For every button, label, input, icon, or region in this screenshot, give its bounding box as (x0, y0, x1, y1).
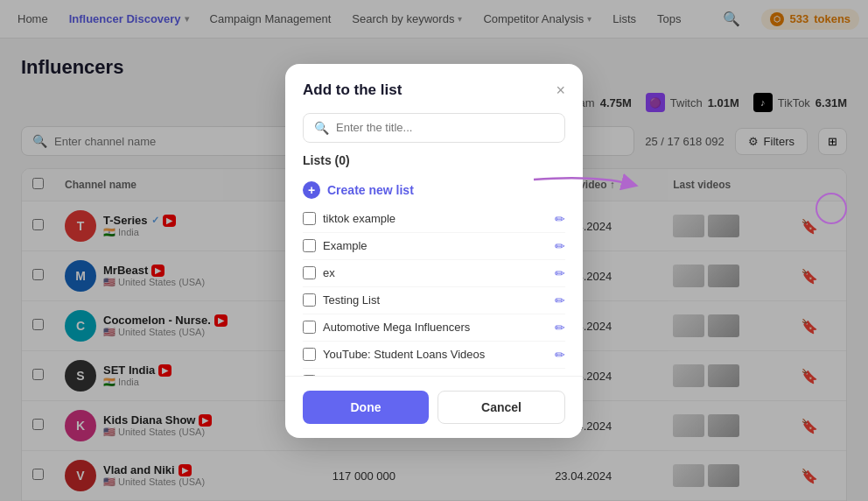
plus-icon: + (303, 181, 320, 199)
modal-header: Add to the list × (285, 64, 583, 113)
list-item-name: Testing List (323, 293, 548, 307)
edit-icon[interactable]: ✏ (555, 239, 565, 253)
modal-list-item: tiktok example ✏ (303, 206, 565, 233)
modal-list-container: + Create new list tiktok example ✏ Examp… (285, 174, 583, 376)
list-item-name: Example (323, 239, 548, 252)
list-item-checkbox[interactable] (303, 375, 316, 376)
list-item-checkbox[interactable] (303, 293, 316, 307)
circle-annotation (816, 193, 847, 224)
list-item-checkbox[interactable] (303, 239, 316, 252)
edit-icon[interactable]: ✏ (555, 375, 565, 376)
modal-search-box[interactable]: 🔍 (303, 113, 565, 143)
list-item-checkbox[interactable] (303, 212, 316, 225)
modal-footer: Done Cancel (285, 376, 583, 438)
list-item-name: YouTube Influencers with games mentions (323, 375, 548, 376)
modal-list-item: Automotive Mega Influencers ✏ (303, 314, 565, 342)
modal-list-item: Example ✏ (303, 233, 565, 260)
modal-list-items: tiktok example ✏ Example ✏ ex ✏ Testing … (303, 206, 565, 376)
modal-list-item: ex ✏ (303, 260, 565, 287)
list-item-checkbox[interactable] (303, 321, 316, 334)
modal-list-item: YouTube Influencers with games mentions … (303, 369, 565, 376)
modal-list-item: YouTube: Student Loans Videos ✏ (303, 342, 565, 369)
done-button[interactable]: Done (303, 391, 429, 424)
modal-close-button[interactable]: × (556, 82, 565, 98)
edit-icon[interactable]: ✏ (555, 266, 565, 280)
modal-search-input[interactable] (336, 121, 554, 134)
edit-icon[interactable]: ✏ (555, 293, 565, 307)
modal-title: Add to the list (303, 81, 402, 99)
list-item-checkbox[interactable] (303, 266, 316, 279)
list-item-name: Automotive Mega Influencers (323, 321, 548, 334)
modal-list-item: Testing List ✏ (303, 287, 565, 314)
list-item-name: ex (323, 266, 548, 279)
cancel-button[interactable]: Cancel (438, 391, 565, 424)
list-item-checkbox[interactable] (303, 348, 316, 361)
list-item-name: YouTube: Student Loans Videos (323, 348, 548, 361)
search-icon: 🔍 (314, 121, 329, 135)
edit-icon[interactable]: ✏ (555, 348, 565, 362)
add-to-list-modal: Add to the list × 🔍 Lists (0) + Create n… (285, 64, 583, 438)
edit-icon[interactable]: ✏ (555, 321, 565, 335)
create-new-list-button[interactable]: + Create new list (303, 174, 565, 206)
list-item-name: tiktok example (323, 212, 548, 225)
edit-icon[interactable]: ✏ (555, 212, 565, 226)
modal-lists-label: Lists (0) (285, 153, 583, 174)
modal-overlay[interactable]: Add to the list × 🔍 Lists (0) + Create n… (0, 0, 868, 501)
